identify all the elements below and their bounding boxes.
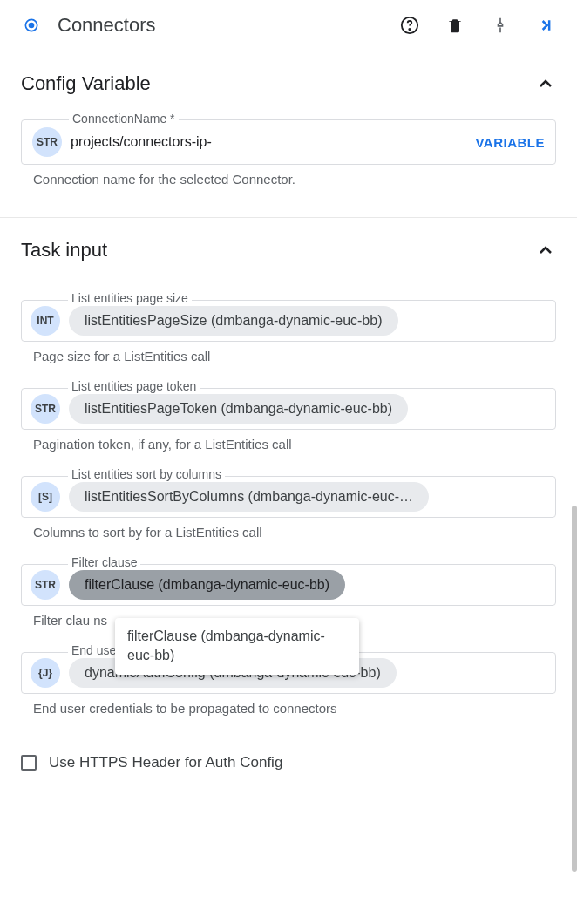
type-chip-str: STR: [32, 127, 62, 157]
collapse-panel-icon[interactable]: [535, 15, 556, 36]
list-entities-sort-by-field: List entities sort by columns [S] listEn…: [21, 476, 556, 540]
connection-name-input[interactable]: [71, 134, 466, 150]
config-variable-section: Config Variable ConnectionName * STR VAR…: [0, 51, 577, 218]
list-entities-page-token-field: List entities page token STR listEntitie…: [21, 388, 556, 452]
svg-point-1: [30, 24, 34, 28]
list-entities-page-size-field: List entities page size INT listEntities…: [21, 300, 556, 363]
field-helper: End user credentials to be propagated to…: [21, 694, 556, 716]
pin-icon[interactable]: [490, 15, 511, 36]
filter-clause-field: Filter clause STR filterClause (dmbanga-…: [21, 564, 556, 628]
chip-value[interactable]: listEntitiesPageSize (dmbanga-dynamic-eu…: [69, 306, 398, 336]
panel-header: Connectors: [0, 0, 577, 51]
tooltip: filterClause (dmbanga-dynamic-euc-bb): [115, 618, 359, 675]
section-title: Config Variable: [21, 72, 151, 95]
input-box[interactable]: STR filterClause (dmbanga-dynamic-euc-bb…: [21, 564, 556, 606]
field-helper: Pagination token, if any, for a ListEnti…: [21, 430, 556, 452]
chip-value[interactable]: filterClause (dmbanga-dynamic-euc-bb): [69, 570, 345, 600]
https-header-checkbox-row[interactable]: Use HTTPS Header for Auth Config: [0, 754, 577, 771]
type-chip-json: {J}: [31, 658, 60, 688]
https-header-checkbox[interactable]: [21, 755, 37, 771]
chevron-up-icon: [535, 73, 556, 94]
field-label: List entities page token: [68, 379, 200, 393]
delete-icon[interactable]: [445, 15, 465, 36]
chevron-up-icon: [535, 240, 556, 261]
section-title: Task input: [21, 239, 107, 262]
variable-button[interactable]: VARIABLE: [475, 135, 545, 150]
input-box[interactable]: INT listEntitiesPageSize (dmbanga-dynami…: [21, 300, 556, 342]
config-variable-header[interactable]: Config Variable: [21, 51, 556, 109]
task-input-header[interactable]: Task input: [21, 218, 556, 275]
input-box[interactable]: STR listEntitiesPageToken (dmbanga-dynam…: [21, 388, 556, 430]
field-label: List entities sort by columns: [68, 467, 225, 481]
scrollbar[interactable]: [572, 506, 577, 872]
panel-title: Connectors: [58, 14, 384, 37]
field-label: ConnectionName *: [69, 112, 179, 126]
help-icon[interactable]: [399, 15, 420, 36]
chip-value[interactable]: listEntitiesSortByColumns (dmbanga-dynam…: [69, 482, 429, 512]
field-label: Filter clause: [68, 555, 140, 569]
type-chip-str: STR: [31, 394, 60, 424]
svg-point-3: [409, 29, 410, 30]
header-actions: [399, 15, 556, 36]
type-chip-int: INT: [31, 306, 60, 336]
input-box[interactable]: [S] listEntitiesSortByColumns (dmbanga-d…: [21, 476, 556, 518]
task-input-section: Task input List entities page size INT l…: [0, 218, 577, 737]
field-helper: Page size for a ListEntities call: [21, 342, 556, 363]
field-helper: Columns to sort by for a ListEntities ca…: [21, 518, 556, 540]
field-helper: Connection name for the selected Connect…: [21, 165, 556, 187]
section-divider: [0, 200, 577, 218]
chip-value[interactable]: listEntitiesPageToken (dmbanga-dynamic-e…: [69, 394, 408, 424]
connection-name-input-box[interactable]: ConnectionName * STR VARIABLE: [21, 119, 556, 165]
checkbox-label: Use HTTPS Header for Auth Config: [49, 754, 282, 771]
field-label: List entities page size: [68, 291, 192, 305]
type-chip-array: [S]: [31, 482, 60, 512]
type-chip-str: STR: [31, 570, 60, 600]
connection-name-field: ConnectionName * STR VARIABLE Connection…: [21, 119, 556, 187]
connector-icon: [21, 15, 42, 36]
